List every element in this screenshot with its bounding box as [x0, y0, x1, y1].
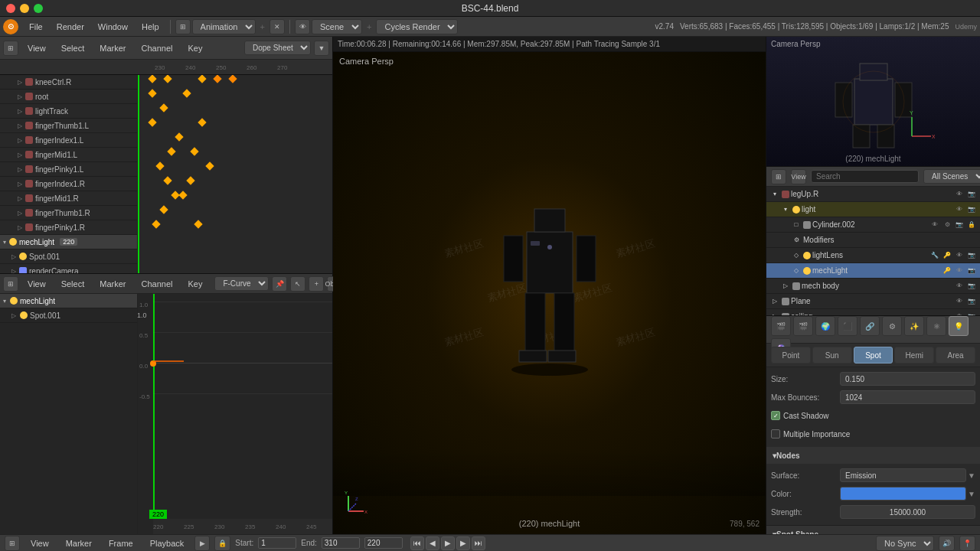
outliner-row-light[interactable]: ▾ light 👁 📷 [766, 202, 980, 217]
multiple-importance-checkbox[interactable] [771, 429, 780, 439]
outliner-vis-btn[interactable]: 👁 [954, 189, 965, 200]
prop-data-btn[interactable]: 💡 [949, 316, 969, 336]
dope-view-menu[interactable]: View [21, 42, 52, 54]
fcurve-mode-selector[interactable]: F-Curve [214, 276, 269, 291]
outliner-search-input[interactable] [811, 170, 919, 183]
anim-lock-btn[interactable]: 🔒 [214, 536, 230, 551]
viewport-content[interactable]: 素材社区 素材社区 素材社区 素材社区 素材社区 素材社区 素材社区 素材社区 [333, 52, 766, 534]
layout-icon[interactable]: ⊞ [175, 19, 191, 34]
bottom-marker[interactable]: Marker [60, 537, 98, 549]
scene-selector[interactable]: Scene [312, 19, 362, 34]
menu-render[interactable]: Render [51, 21, 90, 33]
light-type-point[interactable]: Point [771, 347, 811, 364]
timeline-icon[interactable]: ⊞ [5, 536, 20, 551]
prop-particles-btn[interactable]: ✨ [904, 316, 924, 336]
fcurve-channel-menu[interactable]: Channel [135, 278, 178, 290]
outliner-row-cylinder[interactable]: □ Cylinder.002 👁 ⚙ 📷 🔒 [766, 217, 980, 233]
light-type-spot[interactable]: Spot [854, 347, 893, 364]
track-spot001[interactable]: ▷ Spot.001 [0, 249, 137, 264]
play-end-btn[interactable]: ⏭ [472, 536, 485, 550]
strength-value[interactable]: 15000.000 [840, 505, 975, 519]
track-fingerpinky1l[interactable]: ▷ fingerPinky1.L [0, 162, 137, 177]
fcurve-pin[interactable]: 📌 [272, 276, 287, 292]
menu-file[interactable]: File [23, 21, 49, 33]
current-frame-input[interactable] [364, 537, 403, 549]
prop-object-btn[interactable]: ⬛ [838, 316, 858, 336]
outliner-row-modifiers[interactable]: ⚙ Modifiers [766, 233, 980, 248]
play-pause-btn[interactable]: ▶ [441, 536, 455, 550]
track-fingerpinky1r[interactable]: ▷ fingerPinky1.R [0, 220, 137, 235]
surface-value[interactable]: Emission [840, 468, 966, 482]
outliner-row-ceiling[interactable]: ▷ ceiling 👁 📷 [766, 309, 980, 316]
play-start-btn[interactable]: ⏮ [410, 536, 424, 550]
track-fingermid1r[interactable]: ▷ fingerMid1.R [0, 191, 137, 206]
fcurve-marker-menu[interactable]: Marker [93, 278, 132, 290]
fcurve-view-menu[interactable]: View [21, 278, 52, 290]
fcurve-area[interactable]: ▾ mechLight ▷ Spot.001 1.0 [0, 294, 332, 534]
prop-render-btn[interactable]: 🎬 [771, 316, 791, 336]
prop-scene-btn[interactable]: 🎬 [793, 316, 813, 336]
fcurve-key-menu[interactable]: Key [181, 278, 208, 290]
outliner-render-btn[interactable]: 📷 [966, 189, 977, 200]
audio-btn[interactable]: 🔊 [939, 536, 955, 551]
end-frame-input[interactable] [322, 537, 360, 549]
dope-marker-menu[interactable]: Marker [93, 42, 132, 54]
track-root[interactable]: ▷ root [0, 90, 137, 104]
outliner-row-legup[interactable]: ▾ legUp.R 👁 📷 [766, 187, 980, 202]
marker-btn[interactable]: 📍 [959, 536, 975, 551]
engine-selector[interactable]: Cycles Render [376, 19, 458, 34]
menu-help[interactable]: Help [136, 21, 165, 33]
track-fingerthumb1l[interactable]: ▷ fingerThumb1.L [0, 119, 137, 133]
keyframes-area[interactable] [138, 75, 332, 274]
color-swatch[interactable] [840, 487, 966, 500]
fcurve-select-tool[interactable]: ↖ [290, 276, 305, 292]
cast-shadow-checkbox[interactable] [771, 411, 780, 420]
prev-frame-btn[interactable]: ◀ [426, 536, 439, 550]
dope-options[interactable]: ▼ [314, 41, 329, 56]
header-icon[interactable]: ⊞ [3, 41, 18, 56]
dope-channel-menu[interactable]: Channel [135, 42, 178, 54]
light-type-area[interactable]: Area [936, 347, 975, 364]
view-icon[interactable]: 👁 [295, 19, 310, 34]
start-frame-input[interactable] [258, 537, 296, 549]
mini-viewport[interactable]: X Y Camera Persp (220) mechLight [766, 37, 980, 167]
light-type-hemi[interactable]: Hemi [894, 347, 934, 364]
layout-selector[interactable]: Animation [192, 19, 256, 34]
track-lighttrack[interactable]: ▷ lightTrack [0, 104, 137, 119]
close-button[interactable] [6, 4, 15, 13]
minimize-button[interactable] [20, 4, 29, 13]
track-rendercamera[interactable]: ▷ renderCamera [0, 264, 137, 274]
track-fingerindex1l[interactable]: ▷ fingerIndex1.L [0, 133, 137, 148]
prop-physics-btn[interactable]: ⚛ [926, 316, 946, 336]
outliner-icon-btn[interactable]: ⊞ [771, 169, 786, 184]
layout-close[interactable]: ✕ [270, 19, 285, 34]
3d-viewport[interactable]: Time:00:06.28 | Remaining:00:14.66 | Mem… [333, 37, 766, 534]
fcurve-add-btn[interactable]: + [309, 276, 324, 292]
max-bounces-value[interactable]: 1024 [840, 390, 975, 404]
fcurve-canvas-area[interactable]: 1.0 0.5 0.0 -0.5 220 225 230 [138, 294, 332, 534]
dope-mode-selector[interactable]: Dope Sheet [244, 41, 311, 55]
track-kneeCtrl-R[interactable]: ▷ kneeCtrl.R [0, 75, 137, 90]
maximize-button[interactable] [34, 4, 43, 13]
prop-constraints-btn[interactable]: 🔗 [860, 316, 880, 336]
size-value[interactable]: 0.150 [840, 372, 975, 386]
nodes-section-header[interactable]: ▾ Nodes [766, 447, 980, 464]
outliner-row-mechbody[interactable]: ▷ mech body 👁 📷 [766, 279, 980, 294]
fcurve-track-spot001[interactable]: ▷ Spot.001 1.0 [0, 308, 137, 323]
sync-selector[interactable]: No Sync [876, 536, 934, 551]
surface-dropdown-icon[interactable]: ▼ [968, 471, 975, 480]
bottom-view[interactable]: View [24, 537, 55, 549]
multiple-importance-checkbox-area[interactable]: Multiple Importance [771, 429, 850, 439]
light-type-sun[interactable]: Sun [812, 347, 852, 364]
cast-shadow-checkbox-area[interactable]: Cast Shadow [771, 411, 828, 420]
track-mechlight[interactable]: ▾ mechLight 220 [0, 235, 137, 249]
spot-shape-header[interactable]: ▾ Spot Shape [766, 526, 980, 534]
outliner-view-btn[interactable]: View [791, 169, 806, 184]
viewport-background[interactable]: 素材社区 素材社区 素材社区 素材社区 素材社区 素材社区 素材社区 素材社区 [333, 52, 766, 534]
fcurve-header-icon[interactable]: ⊞ [3, 276, 18, 292]
fcurve-select-menu[interactable]: Select [55, 278, 91, 290]
outliner-light-render[interactable]: 📷 [966, 204, 977, 215]
dope-key-menu[interactable]: Key [181, 42, 208, 54]
outliner-row-lightlens[interactable]: ◇ lightLens 🔧 🔑 👁 📷 [766, 248, 980, 263]
track-fingerthumb1r[interactable]: ▷ fingerThumb1.R [0, 206, 137, 220]
